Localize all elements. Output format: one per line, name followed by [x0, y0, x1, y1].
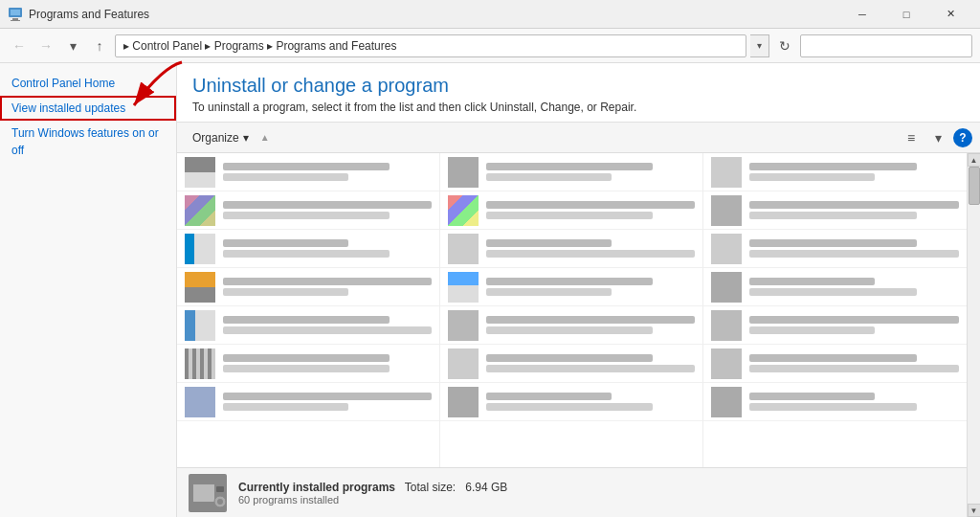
list-item[interactable] [440, 383, 702, 421]
list-item[interactable] [440, 191, 702, 230]
list-item[interactable] [703, 153, 967, 191]
organize-label: Organize [192, 131, 239, 145]
status-icon [189, 474, 227, 512]
status-bar: Currently installed programs Total size:… [177, 467, 967, 517]
program-icon [185, 310, 215, 341]
list-item[interactable] [703, 383, 967, 421]
program-text [486, 278, 695, 296]
list-item[interactable] [703, 306, 967, 345]
title-text: Programs and Features [29, 8, 149, 21]
program-text [749, 239, 959, 258]
list-item[interactable] [440, 230, 702, 268]
view-icon: ≡ [907, 130, 915, 146]
program-text [486, 201, 695, 219]
list-item[interactable] [177, 230, 439, 268]
scroll-track[interactable] [968, 167, 981, 504]
program-icon [711, 387, 742, 417]
status-info: Currently installed programs Total size:… [238, 481, 507, 506]
program-icon [448, 234, 479, 264]
list-item[interactable] [440, 306, 702, 345]
maximize-button[interactable]: □ [884, 0, 928, 29]
title-bar-left: Programs and Features [8, 7, 149, 22]
svg-rect-3 [11, 20, 20, 21]
program-text [223, 163, 432, 181]
list-item[interactable] [440, 345, 702, 383]
minimize-button[interactable]: ─ [840, 0, 884, 29]
dropdown-button[interactable]: ▾ [61, 34, 84, 57]
sidebar-item-view-installed-updates[interactable]: View installed updates [0, 96, 176, 121]
scroll-down-button[interactable]: ▼ [968, 504, 981, 517]
scroll-up-button[interactable]: ▲ [968, 153, 981, 167]
program-text [749, 316, 959, 334]
status-main-text: Currently installed programs Total size:… [238, 481, 507, 494]
toolbar-right: ≡ ▾ ? [900, 126, 972, 149]
program-text [223, 316, 432, 334]
list-item[interactable] [177, 345, 439, 383]
organize-chevron-icon: ▾ [243, 131, 249, 145]
address-chevron[interactable]: ▾ [750, 34, 769, 57]
program-text [486, 354, 695, 372]
program-icon [711, 195, 742, 226]
program-icon [448, 195, 479, 226]
sort-arrow-icon: ▲ [260, 132, 270, 143]
programs-content: Currently installed programs Total size:… [177, 153, 967, 517]
program-icon [185, 234, 215, 264]
view-chevron-icon: ▾ [935, 130, 942, 146]
list-item[interactable] [177, 268, 439, 306]
back-button[interactable]: ← [8, 34, 31, 57]
sidebar-item-turn-windows-features[interactable]: Turn Windows features on or off [0, 121, 176, 163]
svg-rect-1 [11, 10, 20, 15]
status-count: 60 programs installed [238, 494, 507, 506]
list-item[interactable] [440, 153, 702, 191]
toolbar: Organize ▾ ▲ ≡ ▾ ? [177, 123, 980, 153]
app-icon [8, 7, 23, 22]
sidebar-item-control-panel-home[interactable]: Control Panel Home [0, 71, 176, 96]
program-icon [185, 195, 215, 226]
help-button[interactable]: ? [953, 128, 972, 147]
program-text [486, 239, 695, 258]
list-item[interactable] [177, 383, 439, 421]
list-item[interactable] [177, 191, 439, 230]
program-text [223, 201, 432, 219]
status-total-label: Total size: [405, 481, 456, 494]
list-item[interactable] [440, 268, 702, 306]
program-text [749, 393, 959, 411]
programs-area: Currently installed programs Total size:… [177, 153, 980, 517]
page-subtitle: To uninstall a program, select it from t… [192, 101, 965, 114]
program-icon [185, 157, 215, 188]
program-icon [711, 310, 742, 341]
program-text [223, 278, 432, 296]
sidebar: Control Panel Home View installed update… [0, 63, 177, 517]
page-title: Uninstall or change a program [192, 75, 965, 97]
program-icon [711, 157, 742, 188]
list-item[interactable] [703, 268, 967, 306]
program-text [749, 201, 959, 219]
close-button[interactable]: ✕ [928, 0, 972, 29]
list-item[interactable] [703, 191, 967, 230]
address-text: ▸ Control Panel ▸ Programs ▸ Programs an… [123, 39, 396, 53]
content-header: Uninstall or change a program To uninsta… [177, 63, 980, 123]
list-item[interactable] [177, 153, 439, 191]
list-item[interactable] [703, 345, 967, 383]
up-button[interactable]: ↑ [88, 34, 111, 57]
program-text [749, 163, 959, 181]
program-icon [185, 272, 215, 303]
refresh-button[interactable]: ↻ [773, 34, 796, 57]
svg-rect-2 [12, 18, 18, 20]
svg-rect-5 [193, 484, 214, 502]
list-item[interactable] [703, 230, 967, 268]
view-chevron-button[interactable]: ▾ [926, 126, 949, 149]
organize-button[interactable]: Organize ▾ [185, 126, 256, 149]
address-input[interactable]: ▸ Control Panel ▸ Programs ▸ Programs an… [115, 34, 746, 57]
program-text [223, 239, 432, 258]
program-text [223, 393, 432, 411]
forward-button[interactable]: → [34, 34, 57, 57]
scrollbar[interactable]: ▲ ▼ [967, 153, 980, 517]
address-bar: ← → ▾ ↑ ▸ Control Panel ▸ Programs ▸ Pro… [0, 29, 980, 63]
scroll-thumb[interactable] [969, 167, 980, 205]
list-item[interactable] [177, 306, 439, 345]
view-button[interactable]: ≡ [900, 126, 923, 149]
search-input[interactable] [800, 34, 972, 57]
program-icon [185, 348, 215, 379]
status-label: Currently installed programs [238, 481, 395, 494]
